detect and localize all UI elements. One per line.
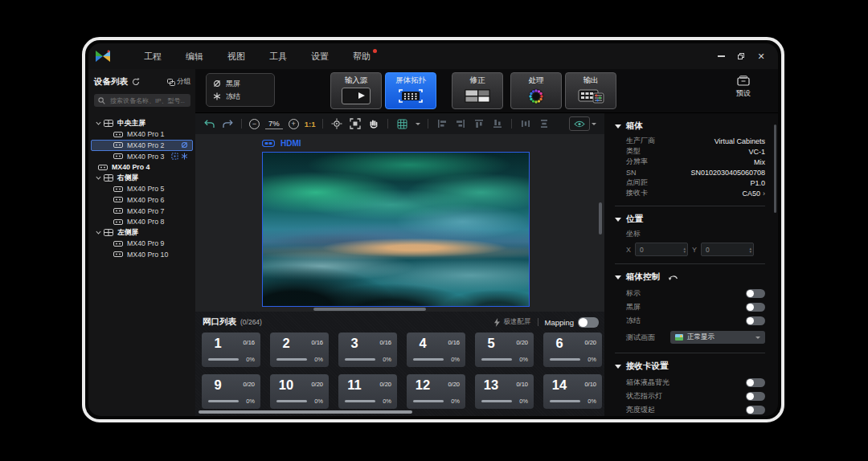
screen-freeze-action[interactable]: 冻结: [213, 90, 274, 103]
align-bottom-icon[interactable]: [491, 117, 504, 130]
device-tree-row[interactable]: MX40 Pro 9: [91, 239, 193, 250]
refresh-icon[interactable]: [132, 78, 140, 86]
tab-output[interactable]: 输出: [565, 72, 616, 109]
toggle-switch[interactable]: [746, 303, 765, 312]
menu-item[interactable]: 帮助: [341, 47, 383, 66]
device-list-header: 设备列表 分组: [94, 76, 190, 88]
align-top-icon[interactable]: [473, 117, 485, 130]
undo-icon[interactable]: [203, 117, 215, 130]
menu-item[interactable]: 工具: [257, 47, 299, 66]
reset-icon[interactable]: [668, 274, 678, 280]
canvas-vertical-scrollbar[interactable]: [599, 202, 602, 235]
tab-processing[interactable]: 处理: [510, 72, 562, 109]
search-box[interactable]: [94, 94, 190, 107]
toggle-switch[interactable]: [746, 316, 765, 325]
port-number: 3: [342, 336, 367, 351]
zoom-level[interactable]: 7%: [265, 119, 283, 129]
align-left-icon[interactable]: [436, 117, 448, 130]
property-value: Virtual Cabinets: [714, 137, 765, 145]
quick-config-label[interactable]: 极速配屏: [504, 317, 531, 327]
ports-horizontal-scrollbar[interactable]: [199, 410, 412, 414]
y-coordinate-input[interactable]: ▴▾: [701, 243, 754, 256]
topology-canvas[interactable]: HDMI: [195, 134, 604, 312]
hdmi-source-region[interactable]: [262, 152, 530, 307]
port-tile[interactable]: 10 0/20 0%: [270, 374, 329, 409]
port-tile[interactable]: 6 0/20 0%: [543, 332, 602, 367]
locate-target-icon[interactable]: [330, 117, 343, 130]
toggle-switch[interactable]: [746, 392, 765, 401]
device-tree-row[interactable]: MX40 Pro 5: [91, 184, 193, 195]
section-cabinet-control[interactable]: 箱体控制: [615, 271, 765, 284]
canvas-horizontal-scrollbar[interactable]: [313, 308, 426, 311]
port-tile[interactable]: 5 0/20 0%: [475, 332, 534, 367]
device-tree-row[interactable]: 中央主屏: [91, 118, 193, 129]
x-value-field[interactable]: [636, 245, 677, 255]
panel-scrollbar[interactable]: [774, 124, 776, 213]
device-tree-row[interactable]: MX40 Pro 3: [91, 151, 193, 162]
device-tree-row[interactable]: MX40 Pro 10: [91, 249, 193, 260]
port-tile[interactable]: 1 0/16 0%: [202, 332, 260, 367]
mapping-toggle[interactable]: [578, 317, 599, 328]
section-cabinet[interactable]: 箱体: [615, 120, 765, 133]
view-options-button[interactable]: [569, 116, 596, 131]
chevron-down-icon[interactable]: [96, 176, 102, 180]
port-tile[interactable]: 2 0/16 0%: [270, 332, 329, 367]
grid-dropdown-caret[interactable]: [416, 123, 420, 125]
triangle-down-icon: [615, 365, 621, 369]
port-tile[interactable]: 13 0/10 0%: [475, 374, 534, 409]
fit-selection-icon[interactable]: [349, 117, 362, 130]
port-tile[interactable]: 3 0/16 0%: [338, 332, 397, 367]
device-tree-row[interactable]: MX40 Pro 1: [91, 129, 193, 141]
spinner-arrows[interactable]: ▴▾: [684, 243, 686, 255]
zoom-in-icon[interactable]: +: [289, 119, 299, 129]
minimize-button[interactable]: [715, 51, 727, 62]
actual-size-button[interactable]: 1:1: [305, 120, 316, 129]
redo-icon[interactable]: [221, 117, 234, 130]
tab-correction[interactable]: 修正: [452, 72, 503, 109]
port-tile[interactable]: 12 0/20 0%: [407, 374, 465, 409]
restore-button[interactable]: [735, 51, 747, 62]
chevron-right-icon[interactable]: ›: [763, 190, 765, 198]
menu-item[interactable]: 工程: [132, 47, 174, 66]
y-value-field[interactable]: [702, 245, 743, 255]
port-tile[interactable]: 11 0/20 0%: [338, 374, 397, 409]
grid-icon[interactable]: [395, 117, 408, 130]
port-tile[interactable]: 4 0/16 0%: [407, 332, 465, 367]
menu-item-label: 编辑: [186, 51, 203, 61]
x-coordinate-input[interactable]: ▴▾: [635, 243, 688, 256]
preset-button[interactable]: 预设: [726, 75, 761, 99]
test-pattern-dropdown[interactable]: 正常显示: [670, 331, 765, 344]
chevron-down-icon[interactable]: [96, 121, 102, 125]
close-button[interactable]: ✕: [755, 51, 767, 62]
spinner-arrows[interactable]: ▴▾: [750, 243, 752, 255]
zoom-out-icon[interactable]: −: [249, 119, 260, 129]
group-button[interactable]: 分组: [167, 77, 190, 87]
device-tree-row[interactable]: MX40 Pro 2: [91, 140, 193, 151]
device-tree-row[interactable]: MX40 Pro 8: [91, 216, 193, 227]
toggle-switch[interactable]: [746, 378, 765, 387]
toggle-switch[interactable]: [746, 289, 765, 298]
section-position[interactable]: 位置: [615, 213, 765, 226]
tab-input-source[interactable]: 输入源: [330, 72, 382, 109]
section-receiving-card[interactable]: 接收卡设置: [615, 360, 765, 373]
chevron-down-icon[interactable]: [96, 230, 102, 235]
port-tile[interactable]: 9 0/20 0%: [202, 374, 260, 409]
tab-screen-topology[interactable]: 屏体拓扑: [385, 72, 436, 109]
search-input[interactable]: [108, 96, 186, 105]
device-tree-row[interactable]: MX40 Pro 4: [91, 161, 193, 173]
distribute-vertical-icon[interactable]: [538, 117, 551, 130]
align-right-icon[interactable]: [454, 117, 467, 130]
distribute-horizontal-icon[interactable]: [519, 117, 532, 130]
menu-item[interactable]: 设置: [299, 47, 341, 66]
device-tree-row[interactable]: MX40 Pro 6: [91, 194, 193, 206]
screen-blackout-action[interactable]: 黑屏: [213, 77, 274, 90]
device-tree-row[interactable]: MX40 Pro 7: [91, 206, 193, 217]
device-tree-row[interactable]: 右侧屏: [91, 173, 193, 184]
port-tile[interactable]: 14 0/10 0%: [543, 374, 602, 409]
device-tree-row[interactable]: 左侧屏: [91, 227, 193, 239]
toggle-switch[interactable]: [746, 406, 765, 414]
menu-item[interactable]: 视图: [215, 47, 257, 66]
device-label: MX40 Pro 2: [127, 141, 164, 149]
menu-item[interactable]: 编辑: [174, 47, 215, 66]
pan-hand-icon[interactable]: [367, 117, 380, 130]
